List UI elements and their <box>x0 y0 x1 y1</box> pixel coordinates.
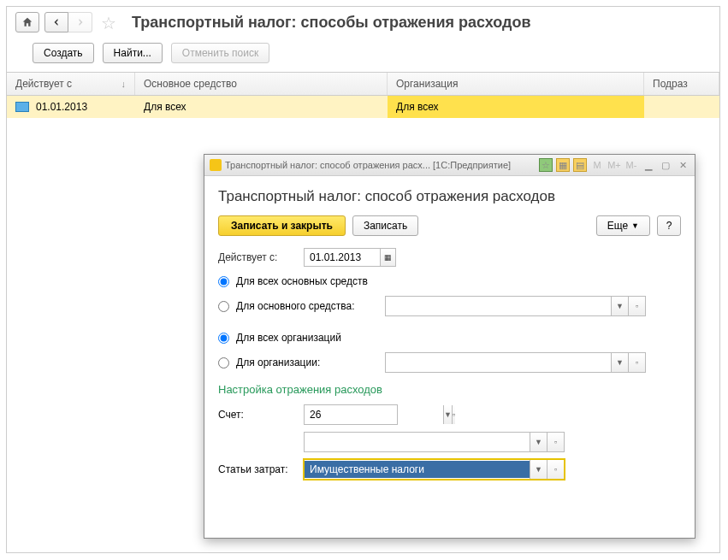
subconto-row: ▼ ▫ <box>218 432 681 452</box>
radio-one-asset[interactable] <box>218 301 229 312</box>
radio-one-org-row: Для организации: ▼ ▫ <box>218 352 681 373</box>
expense-section-title: Настройка отражения расходов <box>218 383 681 396</box>
cancel-search-button: Отменить поиск <box>171 43 269 63</box>
subconto-dropdown-icon[interactable]: ▼ <box>530 433 547 451</box>
home-button[interactable] <box>15 12 39 32</box>
tb-m1-icon[interactable]: M <box>590 158 604 172</box>
valid-from-input[interactable] <box>304 248 381 267</box>
radio-all-assets-label: Для всех основных средств <box>236 275 368 287</box>
cost-items-input[interactable] <box>305 461 530 478</box>
col-header-date[interactable]: Действует с ↓ <box>7 73 135 95</box>
nav-group <box>44 12 92 32</box>
dialog-window: Транспортный налог: способ отражения рас… <box>204 154 695 539</box>
create-button[interactable]: Создать <box>33 43 94 63</box>
dialog-heading: Транспортный налог: способ отражения рас… <box>218 188 681 205</box>
org-lookup-open-icon[interactable]: ▫ <box>628 353 645 372</box>
table-row[interactable]: 01.01.2013 Для всех Для всех <box>7 96 719 118</box>
cell-date: 01.01.2013 <box>7 96 135 118</box>
org-lookup-dropdown-icon[interactable]: ▼ <box>611 353 628 372</box>
subconto-input[interactable] <box>305 433 530 451</box>
forward-button[interactable] <box>68 12 92 32</box>
dialog-titlebar[interactable]: Транспортный налог: способ отражения рас… <box>204 155 695 176</box>
radio-one-org[interactable] <box>218 357 229 368</box>
dialog-toolbar: Записать и закрыть Записать Еще ▼ ? <box>218 215 681 236</box>
favorite-icon[interactable]: ☆ <box>101 13 120 32</box>
col-header-subdiv[interactable]: Подраз <box>644 73 719 95</box>
close-icon[interactable]: ✕ <box>676 158 690 172</box>
data-grid: Действует с ↓ Основное средство Организа… <box>7 72 719 118</box>
titlebar-icons: ☆ ▦ ▤ M M+ M- ▁ ▢ ✕ <box>539 158 690 172</box>
radio-all-assets[interactable] <box>218 276 229 287</box>
grid-header: Действует с ↓ Основное средство Организа… <box>7 73 719 96</box>
col-header-date-label: Действует с <box>15 78 72 90</box>
valid-from-label: Действует с: <box>218 251 304 263</box>
radio-all-orgs-row: Для всех организаций <box>218 332 681 344</box>
radio-all-orgs-label: Для всех организаций <box>236 332 341 344</box>
action-bar: Создать Найти... Отменить поиск <box>7 38 719 72</box>
cell-asset: Для всех <box>135 96 388 118</box>
org-lookup-input[interactable] <box>386 354 611 371</box>
date-picker-icon[interactable]: ▦ <box>381 248 396 267</box>
radio-all-assets-row: Для всех основных средств <box>218 275 681 287</box>
account-lookup: ▼ ▫ <box>304 404 398 425</box>
row-icon <box>15 102 29 112</box>
cost-items-row: Статьи затрат: ▼ ▫ <box>218 459 681 480</box>
cell-org: Для всех <box>388 96 644 118</box>
tb-icon-1[interactable]: ☆ <box>539 158 553 172</box>
cost-items-label: Статьи затрат: <box>218 463 304 475</box>
cost-items-dropdown-icon[interactable]: ▼ <box>530 460 547 479</box>
valid-from-row: Действует с: ▦ <box>218 248 681 267</box>
subconto-lookup: ▼ ▫ <box>304 432 565 452</box>
tb-icon-2[interactable]: ▦ <box>556 158 570 172</box>
account-label: Счет: <box>218 409 304 421</box>
tb-icon-3[interactable]: ▤ <box>573 158 587 172</box>
more-button[interactable]: Еще ▼ <box>596 215 650 236</box>
cost-items-lookup: ▼ ▫ <box>304 459 565 480</box>
asset-lookup-open-icon[interactable]: ▫ <box>628 297 645 315</box>
cell-subdiv <box>644 96 719 118</box>
dialog-title: Транспортный налог: способ отражения рас… <box>225 160 539 170</box>
radio-one-asset-row: Для основного средства: ▼ ▫ <box>218 296 681 316</box>
subconto-open-icon[interactable]: ▫ <box>547 433 564 451</box>
tb-m2-icon[interactable]: M+ <box>607 158 621 172</box>
account-row: Счет: ▼ ▫ <box>218 404 681 425</box>
col-header-org[interactable]: Организация <box>388 73 644 95</box>
col-header-asset[interactable]: Основное средство <box>135 73 388 95</box>
tb-m3-icon[interactable]: M- <box>624 158 638 172</box>
save-button[interactable]: Записать <box>352 215 418 236</box>
back-button[interactable] <box>44 12 68 32</box>
app-icon <box>210 159 222 171</box>
asset-lookup-dropdown-icon[interactable]: ▼ <box>611 297 628 315</box>
account-input[interactable] <box>305 406 443 423</box>
radio-all-orgs[interactable] <box>218 333 229 344</box>
help-button[interactable]: ? <box>657 215 681 236</box>
maximize-icon[interactable]: ▢ <box>659 158 672 172</box>
account-open-icon[interactable]: ▫ <box>452 405 455 424</box>
minimize-icon[interactable]: ▁ <box>642 158 655 172</box>
cell-date-value: 01.01.2013 <box>36 101 87 113</box>
save-and-close-button[interactable]: Записать и закрыть <box>218 215 346 236</box>
page-title: Транспортный налог: способы отражения ра… <box>132 14 531 32</box>
radio-one-org-label: Для организации: <box>236 357 320 368</box>
top-toolbar: ☆ Транспортный налог: способы отражения … <box>7 7 719 38</box>
chevron-down-icon: ▼ <box>631 221 639 230</box>
more-button-label: Еще <box>607 220 628 232</box>
sort-indicator-icon: ↓ <box>121 79 127 89</box>
cost-items-open-icon[interactable]: ▫ <box>547 460 564 479</box>
asset-lookup-input[interactable] <box>386 298 611 315</box>
account-dropdown-icon[interactable]: ▼ <box>443 405 452 424</box>
find-button[interactable]: Найти... <box>103 43 163 63</box>
dialog-body: Транспортный налог: способ отражения рас… <box>204 176 695 537</box>
radio-one-asset-label: Для основного средства: <box>236 300 355 312</box>
org-lookup: ▼ ▫ <box>385 352 646 373</box>
asset-lookup: ▼ ▫ <box>385 296 646 316</box>
